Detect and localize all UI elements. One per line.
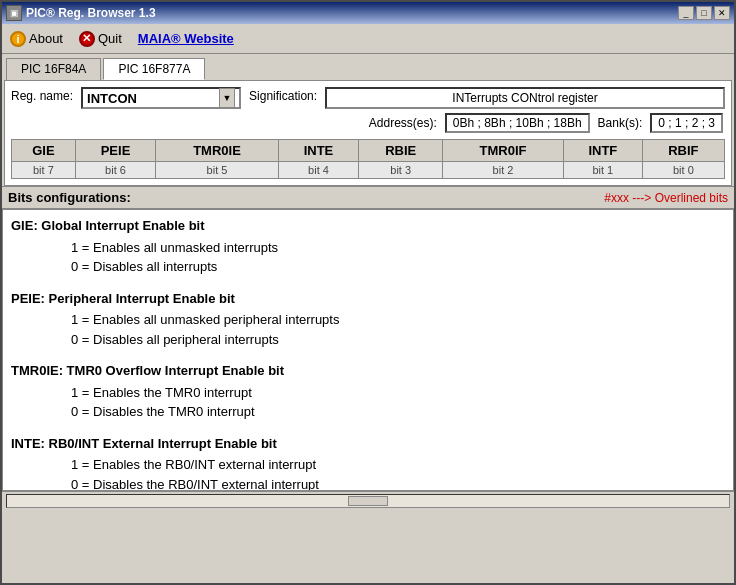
reg-name-value: INTCON xyxy=(87,91,219,106)
bit-desc-option: 0 = Disables all peripheral interrupts xyxy=(71,330,725,350)
about-label: About xyxy=(29,31,63,46)
quit-icon: ✕ xyxy=(79,31,95,47)
bit-row-bit3: bit 3 xyxy=(359,162,443,179)
horizontal-scrollbar[interactable] xyxy=(6,494,730,508)
bits-header-row: GIEPEIETMR0IEINTERBIETMR0IFINTFRBIF xyxy=(12,140,725,162)
overline-note: #xxx ---> Overlined bits xyxy=(604,191,728,205)
bits-data-row: bit 7bit 6bit 5bit 4bit 3bit 2bit 1bit 0 xyxy=(12,162,725,179)
quit-label: Quit xyxy=(98,31,122,46)
bit-row-bit7: bit 7 xyxy=(12,162,76,179)
bit-header-peie: PEIE xyxy=(75,140,156,162)
bottom-bar xyxy=(2,491,734,509)
bit-desc-block: INTE: RB0/INT External Interrupt Enable … xyxy=(11,434,725,492)
bit-desc-title: TMR0IE: TMR0 Overflow Interrupt Enable b… xyxy=(11,361,725,381)
about-icon: i xyxy=(10,31,26,47)
bit-desc-option: 1 = Enables all unmasked peripheral inte… xyxy=(71,310,725,330)
bank-label: Bank(s): xyxy=(598,116,643,130)
window-title: PIC® Reg. Browser 1.3 xyxy=(26,6,156,20)
minimize-button[interactable]: _ xyxy=(678,6,694,20)
bit-desc-title: GIE: Global Interrupt Enable bit xyxy=(11,216,725,236)
bit-desc-option: 0 = Disables the RB0/INT external interr… xyxy=(71,475,725,492)
website-label: MAIA® Website xyxy=(138,31,234,46)
bit-row-bit5: bit 5 xyxy=(156,162,278,179)
website-menu-item[interactable]: MAIA® Website xyxy=(138,31,234,46)
bit-header-tmr0ie: TMR0IE xyxy=(156,140,278,162)
bit-desc-option: 1 = Enables the TMR0 interrupt xyxy=(71,383,725,403)
bit-row-bit4: bit 4 xyxy=(278,162,359,179)
bit-row-bit0: bit 0 xyxy=(642,162,724,179)
dropdown-arrow-icon[interactable]: ▼ xyxy=(219,88,235,108)
bit-header-rbie: RBIE xyxy=(359,140,443,162)
tab-pic16f84a[interactable]: PIC 16F84A xyxy=(6,58,101,80)
bit-row-bit2: bit 2 xyxy=(443,162,564,179)
about-menu-item[interactable]: i About xyxy=(10,31,63,47)
bit-desc-option: 0 = Disables all interrupts xyxy=(71,257,725,277)
bit-desc-title: PEIE: Peripheral Interrupt Enable bit xyxy=(11,289,725,309)
bit-header-rbif: RBIF xyxy=(642,140,724,162)
signification-label: Signification: xyxy=(249,87,317,103)
bit-header-tmr0if: TMR0IF xyxy=(443,140,564,162)
bit-desc-title: INTE: RB0/INT External Interrupt Enable … xyxy=(11,434,725,454)
bits-config-label: Bits configurations: xyxy=(8,190,131,205)
bits-description[interactable]: GIE: Global Interrupt Enable bit1 = Enab… xyxy=(2,209,734,491)
app-icon: ▣ xyxy=(6,5,22,21)
address-value: 0Bh ; 8Bh ; 10Bh ; 18Bh xyxy=(445,113,590,133)
bit-desc-option: 1 = Enables all unmasked interrupts xyxy=(71,238,725,258)
menu-bar: i About ✕ Quit MAIA® Website xyxy=(2,24,734,54)
bank-value: 0 ; 1 ; 2 ; 3 xyxy=(650,113,723,133)
reg-name-label: Reg. name: xyxy=(11,87,73,103)
signification-value: INTerrupts CONtrol register xyxy=(325,87,725,109)
bit-desc-option: 0 = Disables the TMR0 interrupt xyxy=(71,402,725,422)
bit-row-bit1: bit 1 xyxy=(563,162,642,179)
bit-header-inte: INTE xyxy=(278,140,359,162)
bits-config-header: Bits configurations: #xxx ---> Overlined… xyxy=(2,186,734,209)
address-label: Address(es): xyxy=(369,116,437,130)
bit-desc-option: 1 = Enables the RB0/INT external interru… xyxy=(71,455,725,475)
bit-header-gie: GIE xyxy=(12,140,76,162)
bit-header-intf: INTF xyxy=(563,140,642,162)
quit-menu-item[interactable]: ✕ Quit xyxy=(79,31,122,47)
main-content: Reg. name: INTCON ▼ Signification: INTer… xyxy=(4,80,732,186)
close-button[interactable]: ✕ xyxy=(714,6,730,20)
reg-name-select[interactable]: INTCON ▼ xyxy=(81,87,241,109)
bit-row-bit6: bit 6 xyxy=(75,162,156,179)
scroll-thumb[interactable] xyxy=(348,496,388,506)
tab-bar: PIC 16F84A PIC 16F877A xyxy=(2,54,734,80)
bit-desc-block: PEIE: Peripheral Interrupt Enable bit1 =… xyxy=(11,289,725,350)
tab-pic16f877a[interactable]: PIC 16F877A xyxy=(103,58,205,80)
bit-desc-block: GIE: Global Interrupt Enable bit1 = Enab… xyxy=(11,216,725,277)
bits-table: GIEPEIETMR0IEINTERBIETMR0IFINTFRBIF bit … xyxy=(11,139,725,179)
title-bar: ▣ PIC® Reg. Browser 1.3 _ □ ✕ xyxy=(2,2,734,24)
maximize-button[interactable]: □ xyxy=(696,6,712,20)
bit-desc-block: TMR0IE: TMR0 Overflow Interrupt Enable b… xyxy=(11,361,725,422)
